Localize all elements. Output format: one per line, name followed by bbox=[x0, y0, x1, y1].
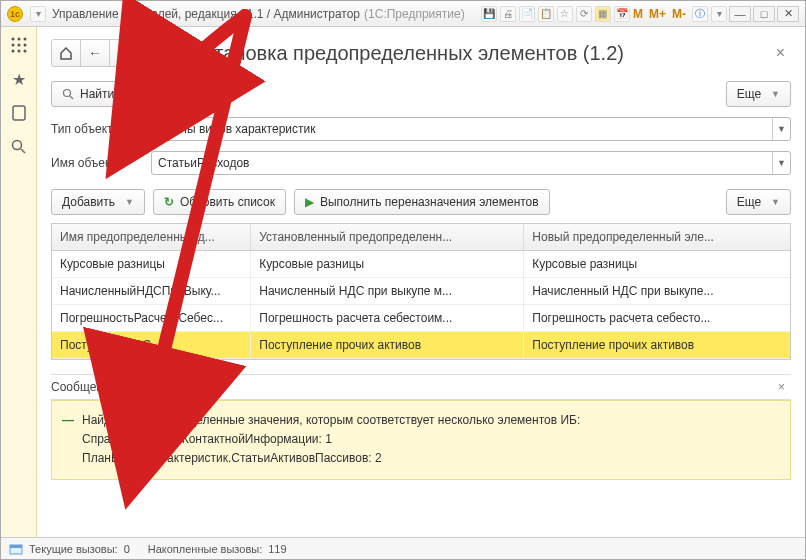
table-cell: Начисленный НДС при выкупе м... bbox=[251, 278, 524, 304]
dash-icon: — bbox=[62, 411, 74, 430]
table-header: Имя предопределенных д... Установленный … bbox=[52, 224, 790, 251]
table-row[interactable]: ПоступлениеОСПоступление прочих активовП… bbox=[52, 332, 790, 359]
close-tab-button[interactable]: × bbox=[770, 40, 791, 66]
svg-point-10 bbox=[12, 141, 21, 150]
table-cell: Курсовые разницы bbox=[524, 251, 790, 277]
m-button[interactable]: M bbox=[633, 7, 643, 21]
type-value: Планы видов характеристик bbox=[152, 122, 772, 136]
table-cell: Курсовые разницы bbox=[52, 251, 251, 277]
table-cell: Курсовые разницы bbox=[251, 251, 524, 277]
table-body: Курсовые разницыКурсовые разницыКурсовые… bbox=[52, 251, 790, 359]
th-1[interactable]: Имя предопределенных д... bbox=[52, 224, 251, 250]
table-row[interactable]: ПогрешностьРасчетаСебес...Погрешность ра… bbox=[52, 305, 790, 332]
main-content: ← → Установка предопределенных элементов… bbox=[37, 27, 805, 537]
calendar-icon[interactable]: 📅 bbox=[614, 6, 630, 22]
current-calls-value: 0 bbox=[124, 543, 130, 555]
svg-point-5 bbox=[23, 44, 26, 47]
msg-line: Найдены предопределенные значения, котор… bbox=[82, 411, 780, 430]
chevron-down-icon: ▼ bbox=[771, 197, 780, 207]
name-select[interactable]: СтатьиРасходов ▼ bbox=[151, 151, 791, 175]
titlebar: 1c ▾ Управление торговлей, редакция 11.1… bbox=[1, 1, 805, 27]
current-calls-label: Текущие вызовы: bbox=[29, 543, 118, 555]
msg-line: ПланВидовХарактеристик.СтатьиАктивовПасс… bbox=[82, 449, 780, 468]
name-dropdown-icon[interactable]: ▼ bbox=[772, 152, 790, 174]
svg-point-0 bbox=[11, 38, 14, 41]
table-cell: Погрешность расчета себесто... bbox=[524, 305, 790, 331]
table-cell: ПогрешностьРасчетаСебес... bbox=[52, 305, 251, 331]
table-cell: НачисленныйНДСПриВыку... bbox=[52, 278, 251, 304]
top-nav: ← → Установка предопределенных элементов… bbox=[51, 35, 791, 71]
svg-point-7 bbox=[17, 50, 20, 53]
table-cell: ПоступлениеОС bbox=[52, 332, 251, 358]
play-icon: ▶ bbox=[305, 195, 314, 209]
clipboard-icon[interactable] bbox=[9, 103, 29, 123]
doc-icon[interactable]: 📄 bbox=[519, 6, 535, 22]
save-icon[interactable]: 💾 bbox=[481, 6, 497, 22]
execute-button[interactable]: ▶ Выполнить переназначения элементов bbox=[294, 189, 550, 215]
m-plus-button[interactable]: M+ bbox=[649, 7, 666, 21]
close-window-button[interactable]: ✕ bbox=[777, 6, 799, 22]
refresh-list-button[interactable]: ↻ Обновить список bbox=[153, 189, 286, 215]
minimize-button[interactable]: — bbox=[729, 6, 751, 22]
maximize-button[interactable]: □ bbox=[753, 6, 775, 22]
info-icon[interactable]: ⓘ bbox=[692, 6, 708, 22]
accum-calls-label: Накопленные вызовы: bbox=[148, 543, 262, 555]
dropdown-icon[interactable]: ▾ bbox=[30, 6, 46, 22]
svg-point-8 bbox=[23, 50, 26, 53]
find-duplicates-button[interactable]: Найти дубли bbox=[51, 81, 162, 107]
type-select[interactable]: Планы видов характеристик ▼ bbox=[151, 117, 791, 141]
th-2[interactable]: Установленный предопределенн... bbox=[251, 224, 524, 250]
messages-panel: Сообщения: × — Найдены предопределенные … bbox=[51, 374, 791, 480]
status-bar: Текущие вызовы: 0 Накопленные вызовы: 11… bbox=[1, 537, 805, 559]
chevron-down-icon: ▼ bbox=[125, 197, 134, 207]
refresh-green-icon: ↻ bbox=[164, 195, 174, 209]
svg-point-1 bbox=[17, 38, 20, 41]
status-icon bbox=[9, 542, 23, 556]
find-duplicates-label: Найти дубли bbox=[80, 87, 151, 101]
more-button-2[interactable]: Еще▼ bbox=[726, 189, 791, 215]
table-cell: Поступление прочих активов bbox=[524, 332, 790, 358]
messages-body: — Найдены предопределенные значения, кот… bbox=[51, 400, 791, 480]
page-title: Установка предопределенных элементов (1.… bbox=[153, 42, 770, 65]
svg-point-4 bbox=[17, 44, 20, 47]
messages-close-button[interactable]: × bbox=[772, 380, 791, 394]
msg-line: Справочник.ВидыКонтактнойИнформации: 1 bbox=[82, 430, 780, 449]
svg-point-3 bbox=[11, 44, 14, 47]
data-table: Имя предопределенных д... Установленный … bbox=[51, 223, 791, 360]
copy-icon[interactable]: 📋 bbox=[538, 6, 554, 22]
type-label: Тип объекта: bbox=[51, 122, 143, 136]
left-sidebar: ★ bbox=[1, 27, 37, 537]
svg-line-13 bbox=[70, 96, 73, 99]
table-row[interactable]: НачисленныйНДСПриВыку...Начисленный НДС … bbox=[52, 278, 790, 305]
forward-button[interactable]: → bbox=[109, 39, 139, 67]
svg-line-11 bbox=[21, 149, 25, 153]
table-cell: Начисленный НДС при выкупе... bbox=[524, 278, 790, 304]
calc-icon[interactable]: ▦ bbox=[595, 6, 611, 22]
home-button[interactable] bbox=[51, 39, 81, 67]
name-value: СтатьиРасходов bbox=[152, 156, 772, 170]
star-tb-icon[interactable]: ☆ bbox=[557, 6, 573, 22]
refresh-icon[interactable]: ⟳ bbox=[576, 6, 592, 22]
grid-icon[interactable] bbox=[9, 35, 29, 55]
accum-calls-value: 119 bbox=[268, 543, 286, 555]
window-context: (1С:Предприятие) bbox=[364, 7, 465, 21]
messages-header: Сообщения: × bbox=[51, 374, 791, 400]
table-row[interactable]: Курсовые разницыКурсовые разницыКурсовые… bbox=[52, 251, 790, 278]
search-icon[interactable] bbox=[9, 137, 29, 157]
star-icon[interactable]: ★ bbox=[9, 69, 29, 89]
app-logo-icon: 1c bbox=[7, 6, 23, 22]
table-toolbar: Добавить▼ ↻ Обновить список ▶ Выполнить … bbox=[51, 189, 791, 215]
app-window: 1c ▾ Управление торговлей, редакция 11.1… bbox=[0, 0, 806, 560]
m-minus-button[interactable]: M- bbox=[672, 7, 686, 21]
more-button-1[interactable]: Еще▼ bbox=[726, 81, 791, 107]
chevron-down-icon: ▼ bbox=[771, 89, 780, 99]
name-label: Имя объекта: bbox=[51, 156, 143, 170]
svg-point-6 bbox=[11, 50, 14, 53]
add-button[interactable]: Добавить▼ bbox=[51, 189, 145, 215]
info-dd-icon[interactable]: ▾ bbox=[711, 6, 727, 22]
svg-rect-15 bbox=[10, 545, 22, 548]
th-3[interactable]: Новый предопределенный эле... bbox=[524, 224, 790, 250]
type-dropdown-icon[interactable]: ▼ bbox=[772, 118, 790, 140]
print-icon[interactable]: 🖨 bbox=[500, 6, 516, 22]
back-button[interactable]: ← bbox=[80, 39, 110, 67]
